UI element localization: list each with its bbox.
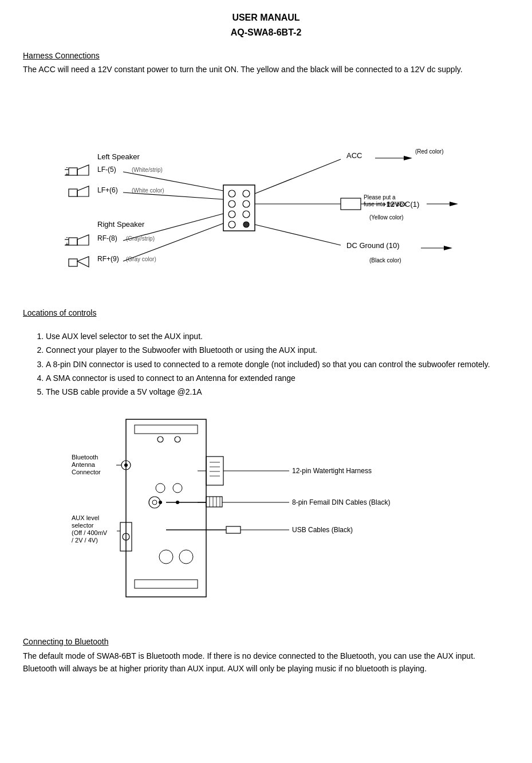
- svg-marker-56: [444, 246, 452, 250]
- svg-text:AUX level: AUX level: [72, 514, 99, 521]
- svg-rect-22: [69, 259, 77, 266]
- svg-text:RF+(9): RF+(9): [97, 255, 119, 263]
- svg-point-60: [157, 436, 163, 442]
- svg-text:8-pin Femail DIN Cables (Black: 8-pin Femail DIN Cables (Black): [292, 498, 390, 506]
- list-item-4: A SMA connector is used to connect to an…: [46, 372, 509, 384]
- bluetooth-section: Connecting to Bluetooth The default mode…: [23, 637, 509, 675]
- svg-text:+: +: [65, 171, 69, 178]
- svg-rect-66: [206, 457, 223, 485]
- svg-point-33: [228, 200, 235, 207]
- svg-text:(Gray color): (Gray color): [126, 256, 156, 262]
- svg-text:(White/strip): (White/strip): [132, 167, 163, 173]
- svg-text:USB Cables (Black): USB Cables (Black): [292, 526, 353, 534]
- svg-point-99: [156, 483, 165, 493]
- svg-text:12-pin Watertight Harness: 12-pin Watertight Harness: [292, 467, 372, 475]
- bluetooth-body: The default mode of SWA8-6BT is Bluetoot…: [23, 650, 509, 675]
- svg-line-39: [255, 159, 341, 194]
- svg-marker-15: [77, 235, 89, 245]
- svg-text:(White color): (White color): [132, 187, 164, 194]
- svg-point-103: [159, 550, 173, 564]
- bluetooth-heading: Connecting to Bluetooth: [23, 637, 509, 646]
- controls-diagram-container: 12-pin Watertight Harness 8-pin Femail D…: [23, 408, 509, 626]
- svg-rect-83: [226, 526, 241, 533]
- svg-point-80: [152, 500, 157, 505]
- svg-marker-51: [450, 202, 458, 206]
- svg-text:Connector: Connector: [72, 469, 101, 475]
- svg-text:-: -: [66, 234, 68, 240]
- locations-heading: Locations of controls: [23, 308, 509, 317]
- svg-line-29: [123, 223, 223, 261]
- svg-text:(Off / 400mV: (Off / 400mV: [72, 529, 108, 536]
- svg-text:/ 2V / 4V): / 2V / 4V): [72, 537, 98, 544]
- svg-text:RF-(8): RF-(8): [97, 234, 117, 242]
- svg-text:Antenna: Antenna: [72, 461, 96, 468]
- svg-text:selector: selector: [72, 522, 94, 529]
- svg-rect-58: [126, 419, 206, 597]
- list-item-2: Connect your player to the Subwoofer wit…: [46, 344, 509, 356]
- svg-text:Bluetooth: Bluetooth: [72, 454, 98, 461]
- svg-line-14: [123, 192, 223, 199]
- svg-point-63: [124, 463, 128, 467]
- list-item-5: The USB cable provide a 5V voltage @2.1A: [46, 386, 509, 398]
- svg-rect-16: [69, 238, 77, 245]
- svg-point-38: [243, 222, 249, 227]
- svg-rect-7: [69, 189, 77, 196]
- svg-rect-98: [135, 580, 198, 588]
- harness-heading: Harness Connections: [23, 51, 509, 60]
- svg-rect-30: [223, 185, 255, 231]
- harness-diagram-container: - + Left Speaker LF-(5) (White/strip) LF…: [23, 85, 509, 297]
- page-title: USER MANAUL AQ-SWA8-6BT-2: [23, 11, 509, 40]
- list-item-1: Use AUX level selector to set the AUX in…: [46, 330, 509, 343]
- svg-text:(Yellow color): (Yellow color): [369, 214, 404, 221]
- svg-rect-59: [135, 425, 198, 434]
- svg-point-31: [228, 190, 235, 197]
- svg-point-34: [243, 200, 250, 207]
- svg-point-100: [173, 483, 182, 493]
- svg-text:ACC: ACC: [346, 151, 362, 160]
- svg-point-104: [179, 550, 193, 564]
- harness-body: The ACC will need a 12V constant power t…: [23, 64, 509, 76]
- controls-diagram: 12-pin Watertight Harness 8-pin Femail D…: [72, 408, 461, 626]
- svg-text:(Black color): (Black color): [369, 257, 401, 263]
- svg-rect-1: [69, 168, 77, 175]
- svg-marker-21: [77, 257, 89, 267]
- svg-text:Right  Speaker: Right Speaker: [97, 220, 145, 229]
- svg-point-32: [243, 190, 250, 197]
- locations-list: Use AUX level selector to set the AUX in…: [46, 330, 509, 399]
- harness-section: Harness Connections The ACC will need a …: [23, 51, 509, 297]
- svg-text:-: -: [66, 164, 68, 170]
- svg-marker-0: [77, 165, 89, 175]
- svg-text:+12VDC(1): +12VDC(1): [382, 200, 419, 209]
- svg-text:DC Ground (10): DC Ground (10): [346, 241, 399, 250]
- svg-point-35: [228, 211, 235, 218]
- locations-section: Locations of controls Use AUX level sele…: [23, 308, 509, 626]
- svg-text:Left Speaker: Left Speaker: [97, 152, 140, 161]
- svg-point-102: [176, 501, 179, 504]
- svg-marker-6: [77, 186, 89, 196]
- svg-rect-45: [341, 198, 361, 210]
- list-item-3: A 8-pin DIN connector is used to connect…: [46, 358, 509, 371]
- svg-text:(Red color): (Red color): [415, 148, 443, 155]
- svg-line-53: [255, 225, 341, 245]
- svg-point-101: [159, 501, 162, 504]
- svg-text:+: +: [65, 241, 69, 247]
- svg-point-37: [228, 221, 235, 228]
- svg-marker-42: [404, 156, 412, 160]
- harness-diagram: - + Left Speaker LF-(5) (White/strip) LF…: [60, 85, 472, 297]
- svg-point-36: [243, 211, 250, 218]
- svg-point-61: [175, 436, 180, 442]
- svg-text:LF-(5): LF-(5): [97, 166, 116, 174]
- svg-text:LF+(6): LF+(6): [97, 186, 118, 194]
